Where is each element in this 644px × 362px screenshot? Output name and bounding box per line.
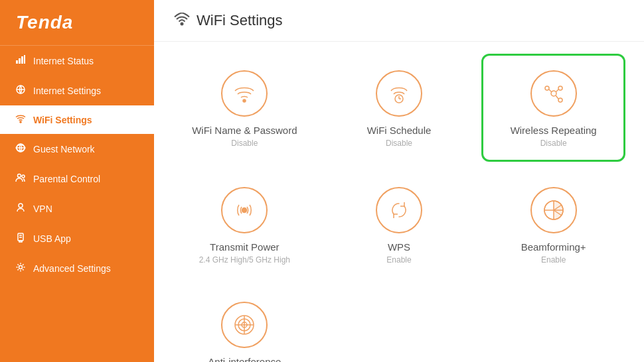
settings-card-wifi-name-password[interactable]: WiFi Name & PasswordDisable [173,54,317,162]
main-content: WiFi Settings WiFi Name & PasswordDisabl… [154,0,644,362]
svg-rect-2 [21,56,23,64]
transmit-power-icon [221,187,268,233]
sidebar-navigation: Internet StatusInternet SettingsWiFi Set… [0,46,154,362]
wireless-repeating-title: Wireless Repeating [511,125,597,136]
sidebar-item-advanced-settings[interactable]: Advanced Settings [0,253,154,283]
wps-title: WPS [388,241,410,253]
settings-card-wifi-schedule[interactable]: WiFi ScheduleDisable [327,54,471,162]
svg-point-16 [181,23,183,25]
sidebar-item-usb-app[interactable]: USB App [0,223,154,253]
wireless-repeating-icon [530,70,577,117]
svg-point-22 [545,86,549,90]
svg-rect-1 [19,58,21,64]
settings-card-beamforming[interactable]: Beamforming+Enable [481,172,625,276]
page-title: WiFi Settings [197,12,283,29]
beamforming-icon [530,187,577,233]
svg-rect-3 [24,55,25,64]
guest-network-label: Guest Network [33,144,95,154]
beamforming-status: Enable [541,255,566,265]
brand-name: Tenda [16,12,73,32]
svg-point-8 [18,174,21,178]
wifi-header-icon [174,13,190,29]
svg-point-10 [19,204,23,208]
parental-control-icon [15,172,27,185]
sidebar-item-vpn[interactable]: VPN [0,194,154,223]
wifi-schedule-status: Disable [386,139,412,148]
wifi-name-password-title: WiFi Name & Password [192,125,297,136]
sidebar-item-internet-settings[interactable]: Internet Settings [0,76,154,105]
wps-icon [376,187,422,233]
settings-card-wps[interactable]: WPSEnable [327,172,471,276]
beamforming-title: Beamforming+ [521,241,586,253]
advanced-settings-icon [15,262,27,274]
usb-app-icon [15,232,27,245]
sidebar-item-guest-network[interactable]: Guest Network [0,134,154,164]
settings-grid: WiFi Name & PasswordDisable WiFi Schedul… [154,42,644,362]
svg-rect-0 [16,60,18,64]
svg-point-28 [242,208,247,213]
guest-network-icon [15,143,27,155]
svg-point-17 [243,99,246,102]
internet-status-label: Internet Status [33,56,94,66]
wps-status: Enable [386,255,411,265]
svg-rect-12 [19,241,22,242]
svg-point-5 [20,121,21,123]
transmit-power-status: 2.4 GHz High/5 GHz High [199,255,290,265]
sidebar: Tenda Internet StatusInternet SettingsWi… [0,0,154,362]
sidebar-item-internet-status[interactable]: Internet Status [0,46,154,76]
internet-status-icon [15,54,27,67]
svg-point-9 [22,175,25,178]
settings-card-anti-interference[interactable]: Anti-interference [173,287,317,362]
advanced-settings-label: Advanced Settings [33,263,111,274]
anti-interference-title: Anti-interference [208,356,281,362]
svg-line-26 [556,90,558,92]
internet-settings-icon [15,84,27,97]
wifi-settings-label: WiFi Settings [33,115,92,125]
usb-app-label: USB App [33,233,71,244]
wifi-schedule-icon [376,70,422,117]
transmit-power-title: Transmit Power [210,241,279,253]
svg-point-24 [558,98,562,102]
internet-settings-label: Internet Settings [33,86,101,96]
wifi-schedule-title: WiFi Schedule [367,125,432,136]
svg-line-27 [556,95,558,99]
vpn-label: VPN [33,204,52,214]
wireless-repeating-status: Disable [540,139,567,148]
wifi-name-password-icon [221,70,268,117]
settings-card-transmit-power[interactable]: Transmit Power2.4 GHz High/5 GHz High [173,172,317,276]
sidebar-item-parental-control[interactable]: Parental Control [0,164,154,194]
wifi-settings-icon [15,114,27,125]
svg-point-15 [19,266,23,269]
anti-interference-icon [221,302,268,348]
parental-control-label: Parental Control [33,174,100,184]
wifi-name-password-status: Disable [231,139,258,148]
vpn-icon [15,202,27,215]
sidebar-logo: Tenda [0,0,154,46]
sidebar-item-wifi-settings[interactable]: WiFi Settings [0,105,154,134]
svg-line-25 [549,90,552,92]
page-header: WiFi Settings [154,0,644,42]
svg-point-23 [558,86,562,90]
settings-card-wireless-repeating[interactable]: Wireless RepeatingDisable [481,54,625,162]
